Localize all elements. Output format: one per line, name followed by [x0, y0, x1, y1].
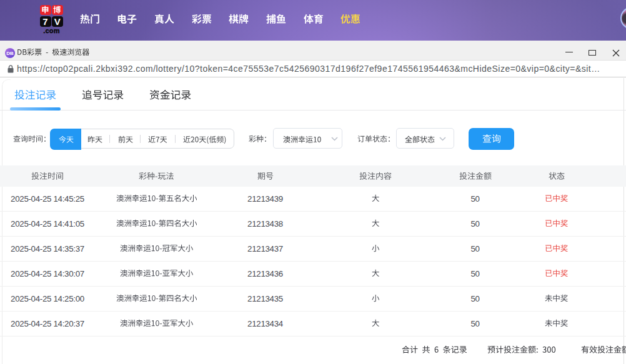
svg-text:DB: DB — [6, 51, 14, 56]
